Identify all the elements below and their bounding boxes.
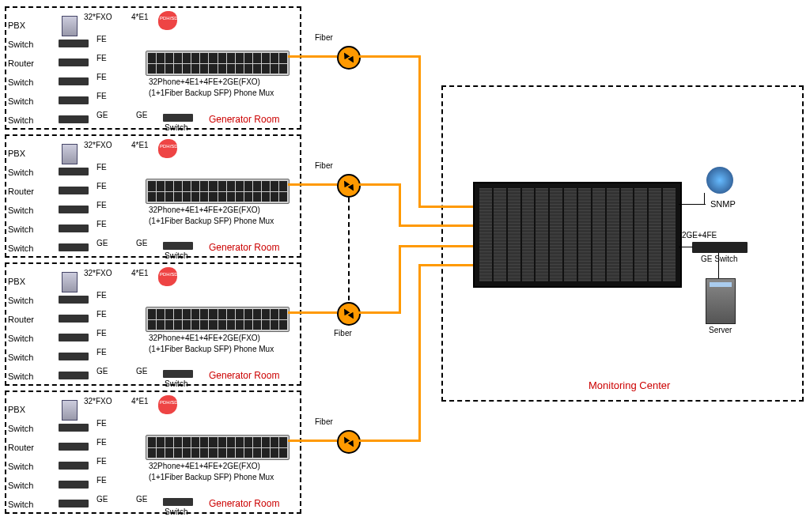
phone-mux-device <box>146 179 290 204</box>
switch-label-1: Switch <box>8 40 33 49</box>
mux-desc-1: 32Phone+4E1+4FE+2GE(FXO) <box>149 206 260 214</box>
mux-desc-1: 32Phone+4E1+4FE+2GE(FXO) <box>149 462 260 470</box>
fiber-label-2: Fiber <box>315 161 333 170</box>
router-label: Router <box>8 187 34 196</box>
network-switch-icon <box>59 296 89 304</box>
switch-label: Switch <box>8 372 33 381</box>
pbx-icon <box>62 272 78 292</box>
fxo-label: 32*FXO <box>84 141 112 149</box>
router-icon <box>59 443 89 451</box>
network-switch-icon <box>59 334 89 341</box>
switch-label: Switch <box>8 243 33 253</box>
fiber-line <box>418 206 474 208</box>
room-title-3: Generator Room <box>209 370 279 381</box>
monitoring-title: Monitoring Center <box>589 379 670 391</box>
router-label: Router <box>8 58 34 68</box>
fiber-line <box>288 183 337 186</box>
mux-desc-1: 32Phone+4E1+4FE+2GE(FXO) <box>149 77 260 86</box>
fiber-line <box>399 245 401 314</box>
fiber-line <box>418 55 421 208</box>
server-label: Server <box>709 326 732 334</box>
fiber-line <box>288 440 337 442</box>
phone-mux-device <box>146 51 290 76</box>
pdh-sdh-atm-badge: PDH/SDH/ATM <box>158 395 177 414</box>
room-title-4: Generator Room <box>209 498 279 509</box>
link-line <box>704 193 705 204</box>
switch-label-3: Switch <box>8 96 33 106</box>
phone-mux-device <box>146 435 290 460</box>
room-title-2: Generator Room <box>209 242 279 253</box>
mux-desc-2: (1+1Fiber Backup SFP) Phone Mux <box>149 89 274 97</box>
room-title-1: Generator Room <box>209 114 279 125</box>
fe-label: FE <box>97 35 107 43</box>
pbx-icon <box>62 400 78 421</box>
switch-label-4: Switch <box>8 115 33 125</box>
switch-label: Switch <box>8 481 33 490</box>
fe-label: FE <box>97 419 107 428</box>
e1-label: 4*E1 <box>131 13 149 21</box>
server-icon <box>706 278 736 324</box>
pbx-label: PBX <box>8 277 25 286</box>
fiber-line <box>399 183 401 227</box>
fe-label: FE <box>97 163 107 172</box>
room-4-contents: PBX Switch Router Switch Switch Switch 3… <box>5 391 301 514</box>
switch-label: Switch <box>8 424 33 433</box>
fe-label: FE <box>97 348 107 357</box>
switch-text: Switch <box>165 379 187 388</box>
pdh-sdh-atm-badge: PDH/SDH/ATM <box>158 267 177 286</box>
e1-label: 4*E1 <box>131 269 149 277</box>
fiber-label-1: Fiber <box>315 33 333 42</box>
switch-icon <box>163 498 193 506</box>
fxo-label: 32*FXO <box>84 269 112 277</box>
switch-label-2: Switch <box>8 77 33 87</box>
fiber-connector-icon <box>337 174 361 198</box>
phone-mux-device <box>146 307 290 332</box>
switch-label: Switch <box>8 353 33 362</box>
switch-text: Switch <box>165 507 187 516</box>
fe-label: FE <box>97 457 107 466</box>
switch-label: Switch <box>8 296 33 305</box>
fe-label: FE <box>97 329 107 338</box>
pdh-sdh-atm-badge: PDH/SDH/ATM <box>158 11 177 30</box>
network-switch-icon <box>59 243 89 251</box>
switch-label: Switch <box>8 168 33 177</box>
e1-label: 4*E1 <box>131 141 149 149</box>
switch-text: Switch <box>165 123 187 132</box>
router-label: Router <box>8 443 34 452</box>
mux-desc-2: (1+1Fiber Backup SFP) Phone Mux <box>149 217 274 225</box>
switch-icon <box>163 370 193 378</box>
e1-label: 4*E1 <box>131 397 149 406</box>
link-label: 2GE+4FE <box>682 231 717 240</box>
fiber-continuation-dashes <box>348 198 350 300</box>
network-switch-icon <box>59 224 89 232</box>
switch-icon <box>163 242 193 250</box>
fiber-line <box>288 311 337 314</box>
fiber-line <box>358 55 421 58</box>
network-switch-icon <box>59 353 89 360</box>
room-1-contents: PBX Switch Router Switch Switch Switch 3… <box>5 6 301 130</box>
switch-icon <box>163 114 193 122</box>
ge-label: GE <box>97 367 108 375</box>
fe-label: FE <box>97 73 107 81</box>
pbx-label: PBX <box>8 149 25 158</box>
ge-switch-device <box>692 242 748 253</box>
fe-label: FE <box>97 201 107 209</box>
ge-switch-label: GE Switch <box>701 255 738 263</box>
ge-label: GE <box>97 239 108 247</box>
network-switch-icon <box>59 168 89 175</box>
fe-label: FE <box>97 92 107 100</box>
fe-label: FE <box>97 438 107 447</box>
pbx-label: PBX <box>8 405 25 414</box>
network-switch-icon <box>59 500 89 507</box>
ge-label: GE <box>136 111 147 119</box>
network-switch-icon <box>59 115 89 123</box>
mux-desc-2: (1+1Fiber Backup SFP) Phone Mux <box>149 345 274 353</box>
switch-label: Switch <box>8 500 33 509</box>
fiber-connector-icon <box>337 430 361 454</box>
fiber-label-3: Fiber <box>334 329 352 338</box>
fe-label: FE <box>97 476 107 485</box>
link-line <box>679 204 706 205</box>
router-icon <box>59 58 89 66</box>
network-switch-icon <box>59 424 89 432</box>
fiber-line <box>399 224 474 227</box>
